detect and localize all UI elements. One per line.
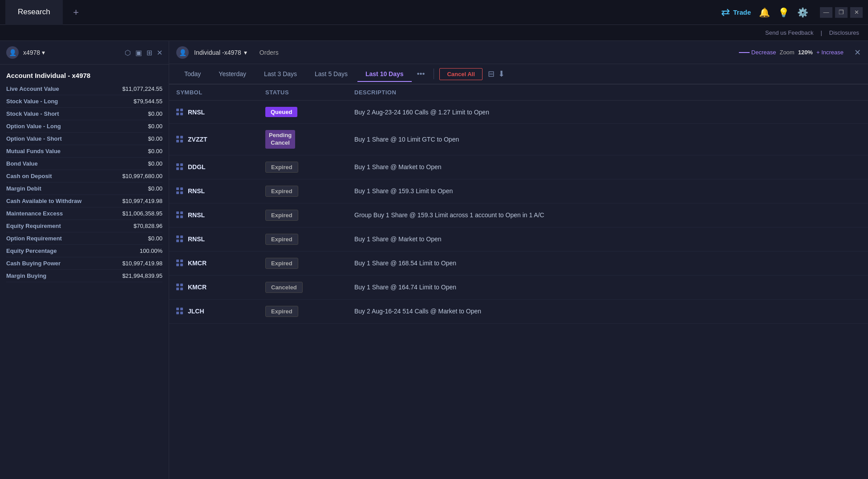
account-row-value: $11,006,358.95 [122,210,162,217]
symbol-text: RNSL [188,211,205,219]
tab-add-button[interactable]: + [66,3,86,22]
cancel-all-button[interactable]: Cancel All [439,68,482,80]
tab-more-button[interactable]: ••• [414,68,429,80]
status-badge: Expired [265,258,298,269]
settings-icon[interactable]: ⚙️ [797,7,808,18]
table-row[interactable]: ZVZZTPendingCancelBuy 1 Share @ 10 Limit… [169,124,868,155]
tab-divider [434,69,434,79]
avatar: 👤 [6,46,19,59]
status-cell: Expired [265,258,354,269]
collapse-button[interactable]: ▣ [135,49,142,57]
account-row-label: Option Value - Long [6,123,61,130]
account-row-label: Option Requirement [6,235,62,242]
grid-icon [176,136,183,143]
col-header-status: Status [265,89,354,96]
zoom-label: Zoom [779,49,794,56]
status-cell: Expired [265,234,354,245]
tab-today[interactable]: Today [176,67,209,82]
symbol-cell: DDGL [176,163,265,170]
disclosures-link[interactable]: Disclosures [829,29,859,36]
account-row: Option Value - Long$0.00 [6,120,162,133]
grid-icon [176,211,183,219]
table-row[interactable]: JLCHExpiredBuy 2 Aug-16-24 514 Calls @ M… [169,300,868,324]
account-row: Stock Value - Short$0.00 [6,108,162,120]
col-header-description: Description [354,89,861,96]
account-row-value: $0.00 [148,110,162,117]
account-row-value: 100.00% [140,248,162,254]
sidebar-controls: ⬡ ▣ ⊞ ✕ [125,49,162,57]
tab-last-3-days[interactable]: Last 3 Days [256,67,305,82]
account-row-value: $10,997,419.98 [122,198,162,204]
content-account[interactable]: Individual -x4978 ▾ [194,49,247,56]
trade-button[interactable]: Trade [721,8,751,17]
status-cell: Expired [265,162,354,173]
table-row[interactable]: DDGLExpiredBuy 1 Share @ Market to Open [169,155,868,179]
status-badge: Expired [265,186,298,197]
download-icon[interactable]: ⬇ [498,69,505,79]
feedback-bar: Send us Feedback | Disclosures [0,25,868,41]
decrease-line-icon [739,52,750,53]
tab-last-5-days[interactable]: Last 5 Days [307,67,356,82]
table-row[interactable]: RNSLExpiredGroup Buy 1 Share @ 159.3 Lim… [169,203,868,227]
tab-yesterday[interactable]: Yesterday [211,67,254,82]
increase-button[interactable]: + Increase [816,49,844,56]
account-row-label: Stock Value - Long [6,98,58,105]
account-row: Cash Available to Withdraw$10,997,419.98 [6,195,162,207]
account-row-label: Bond Value [6,160,38,167]
window-controls: — ❐ ✕ [820,7,863,18]
trade-label: Trade [733,8,751,16]
account-row-value: $0.00 [148,235,162,242]
feedback-link[interactable]: Send us Feedback [765,29,813,36]
content-close-button[interactable]: ✕ [854,48,861,57]
status-badge: Queued [265,107,297,117]
symbol-cell: ZVZZT [176,136,265,143]
account-rows: Live Account Value$11,077,224.55Stock Va… [0,83,169,282]
symbol-text: RNSL [188,235,205,243]
sidebar-account-label[interactable]: x4978 ▾ [23,49,45,56]
table-row[interactable]: RNSLExpiredBuy 1 Share @ Market to Open [169,227,868,252]
account-row-label: Maintenance Excess [6,210,63,217]
sidebar: 👤 x4978 ▾ ⬡ ▣ ⊞ ✕ Account Individual - x… [0,41,169,479]
status-badge: Expired [265,306,298,317]
symbol-cell: JLCH [176,308,265,315]
account-row: Option Value - Short$0.00 [6,133,162,145]
account-row-label: Cash Buying Power [6,260,61,267]
table-row[interactable]: KMCRExpiredBuy 1 Share @ 168.54 Limit to… [169,252,868,276]
expand-button[interactable]: ⊞ [146,49,152,57]
content-panel: 👤 Individual -x4978 ▾ Orders Decrease Zo… [169,41,868,479]
restore-button[interactable]: ❐ [835,7,848,18]
tab-last-10-days[interactable]: Last 10 Days [357,67,412,82]
symbol-cell: KMCR [176,260,265,267]
table-row[interactable]: KMCRCanceledBuy 1 Share @ 164.74 Limit t… [169,276,868,300]
sidebar-header: 👤 x4978 ▾ ⬡ ▣ ⊞ ✕ [0,41,169,65]
content-account-label: Individual -x4978 [194,49,241,56]
symbol-text: JLCH [188,308,204,315]
table-row[interactable]: RNSLQueuedBuy 2 Aug-23-24 160 Calls @ 1.… [169,101,868,124]
description-cell: Buy 2 Aug-16-24 514 Calls @ Market to Op… [354,308,861,315]
filter-icon[interactable]: ⊟ [488,69,495,79]
zoom-value: 120% [798,49,813,56]
bulb-icon[interactable]: 💡 [778,7,789,18]
symbol-text: KMCR [188,260,207,267]
sidebar-close-button[interactable]: ✕ [157,49,162,57]
account-row: Mutual Funds Value$0.00 [6,145,162,158]
feedback-separator: | [820,29,822,36]
description-cell: Buy 1 Share @ Market to Open [354,163,861,170]
tabs-bar: TodayYesterdayLast 3 DaysLast 5 DaysLast… [169,64,868,85]
status-badge: Expired [265,210,298,221]
account-row-label: Margin Buying [6,272,46,279]
bell-icon[interactable]: 🔔 [759,7,770,18]
account-row: Equity Percentage100.00% [6,245,162,257]
close-button[interactable]: ✕ [850,7,863,18]
minimize-button[interactable]: — [820,7,832,18]
table-row[interactable]: RNSLExpiredBuy 1 Share @ 159.3 Limit to … [169,179,868,203]
popout-button[interactable]: ⬡ [125,49,131,57]
tab-research[interactable]: Research [5,0,63,25]
symbol-cell: KMCR [176,284,265,291]
decrease-label: Decrease [751,49,776,56]
status-cell: Canceled [265,282,354,293]
symbol-cell: RNSL [176,109,265,116]
decrease-button[interactable]: Decrease [739,49,776,56]
content-header: 👤 Individual -x4978 ▾ Orders Decrease Zo… [169,41,868,64]
description-cell: Buy 1 Share @ 10 Limit GTC to Open [354,136,861,143]
